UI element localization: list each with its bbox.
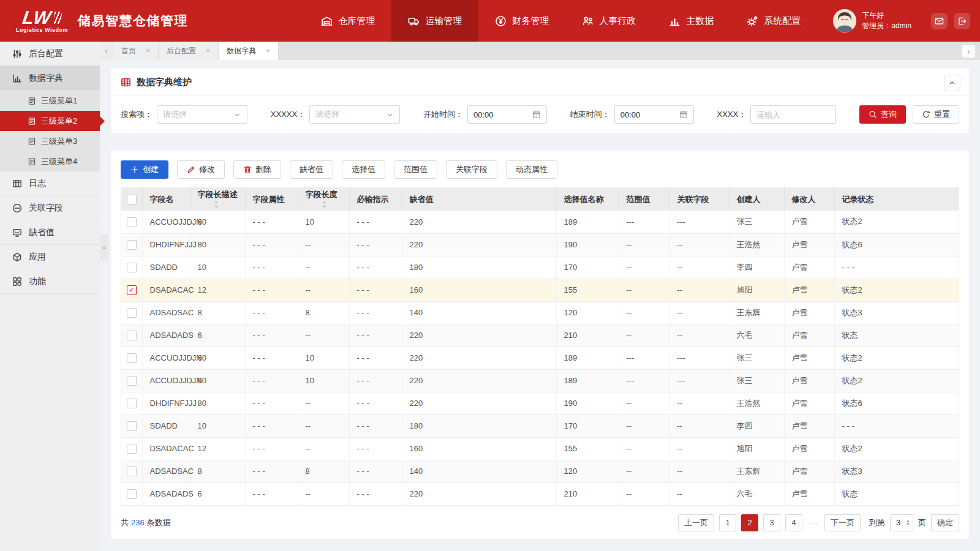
toolbar-button-6[interactable]: 关联字段 xyxy=(446,160,497,179)
start-time-input[interactable]: 00:00 xyxy=(467,105,547,124)
query-button[interactable]: 查询 xyxy=(859,105,906,124)
sidebar-item-3[interactable]: 关联字段 xyxy=(0,196,100,220)
table-cell: - - - xyxy=(349,301,402,324)
tabbar: 首页 后台配置 数据字典 xyxy=(100,42,980,60)
row-checkbox[interactable] xyxy=(127,467,137,476)
panel-collapse-button[interactable] xyxy=(944,75,960,91)
nav-item-2[interactable]: 财务管理 xyxy=(478,0,565,42)
tab-close-icon[interactable] xyxy=(206,47,210,55)
sort-icon[interactable] xyxy=(322,201,326,208)
table-cell: 220 xyxy=(402,392,556,414)
row-checkbox[interactable] xyxy=(127,217,137,227)
nav-item-0[interactable]: 仓库管理 xyxy=(304,0,391,42)
next-page-button[interactable]: 下一页 xyxy=(824,514,861,531)
page-button-3[interactable]: 3 xyxy=(763,514,780,531)
avatar[interactable] xyxy=(833,9,856,32)
table-cell: --- xyxy=(619,369,669,392)
table-cell: -- xyxy=(619,414,669,437)
column-header-0: 字段名 xyxy=(142,188,190,211)
table-cell: 王东辉 xyxy=(729,301,784,324)
confirm-button[interactable]: 确定 xyxy=(931,514,959,531)
tab-0[interactable]: 首页 xyxy=(113,42,159,60)
xxxxx-select[interactable]: 请选择 xyxy=(309,105,400,124)
nav-item-1[interactable]: 运输管理 xyxy=(391,0,478,42)
row-checkbox[interactable] xyxy=(127,489,137,499)
total-prefix: 共 xyxy=(121,518,129,527)
reset-button[interactable]: 重置 xyxy=(913,105,959,124)
masterdata-icon xyxy=(669,15,680,27)
sidebar-subitem-3[interactable]: 三级菜单4 xyxy=(0,151,100,171)
spinner-icon[interactable] xyxy=(906,519,910,526)
tab-close-icon[interactable] xyxy=(146,47,150,55)
tab-2[interactable]: 数据字典 xyxy=(219,42,279,60)
sidebar-item-6[interactable]: 功能 xyxy=(0,269,100,294)
xxxx-input[interactable] xyxy=(750,105,836,124)
sort-icon[interactable] xyxy=(214,201,219,208)
table-cell: - - - xyxy=(349,369,402,392)
table-cell: 卢雪 xyxy=(784,279,834,301)
sidebar-subitem-0[interactable]: 三级菜单1 xyxy=(0,91,100,111)
row-checkbox[interactable] xyxy=(127,376,137,386)
select-all-checkbox[interactable] xyxy=(127,195,137,204)
sidebar-item-5[interactable]: 应用 xyxy=(0,245,100,269)
toolbar-button-1[interactable]: 修改 xyxy=(177,160,225,179)
table-cell: 王浩然 xyxy=(729,233,784,256)
prev-page-button[interactable]: 上一页 xyxy=(678,514,714,531)
row-checkbox[interactable] xyxy=(127,240,137,250)
end-time-input[interactable]: 00:00 xyxy=(614,105,694,124)
row-checkbox[interactable] xyxy=(127,444,137,454)
table-cell: 220 xyxy=(402,369,556,392)
toolbar-button-2[interactable]: 删除 xyxy=(233,160,281,179)
toolbar-button-5[interactable]: 范围值 xyxy=(394,160,437,179)
sidebar-item-0[interactable]: 后台配置 xyxy=(0,42,100,66)
sidebar-collapse-handle[interactable] xyxy=(100,234,108,261)
nav-item-label: 运输管理 xyxy=(425,15,462,27)
tab-1[interactable]: 后台配置 xyxy=(159,42,219,60)
table-cell: -- xyxy=(298,392,349,414)
goto-page-input[interactable]: 3 xyxy=(890,514,913,531)
row-checkbox[interactable] xyxy=(127,399,137,408)
sidebar-subitem-1[interactable]: 三级菜单2 xyxy=(0,111,100,131)
row-checkbox[interactable] xyxy=(127,331,137,340)
sidebar-item-4[interactable]: 缺省值 xyxy=(0,220,100,245)
table-cell: 王浩然 xyxy=(729,392,784,414)
page-button-1[interactable]: 1 xyxy=(719,514,736,531)
tab-scroll-left-button[interactable] xyxy=(100,42,113,60)
calendar-icon[interactable] xyxy=(532,110,541,119)
row-checkbox[interactable] xyxy=(127,263,137,272)
toolbar-button-7[interactable]: 动态属性 xyxy=(506,160,557,179)
page-button-2[interactable]: 2 xyxy=(741,514,758,531)
sidebar-subitem-2[interactable]: 三级菜单3 xyxy=(0,131,100,151)
toolbar-button-3[interactable]: 缺省值 xyxy=(290,160,333,179)
nav-item-4[interactable]: 主数据 xyxy=(652,0,730,42)
filter-label: 搜索项： xyxy=(121,109,153,120)
table-cell: - - - xyxy=(245,369,298,392)
tab-scroll-right-button[interactable] xyxy=(962,44,976,58)
sidebar-item-2[interactable]: 日志 xyxy=(0,171,100,196)
table-cell: 170 xyxy=(556,256,619,279)
toolbar-button-0[interactable]: 创建 xyxy=(121,160,168,179)
nav-item-3[interactable]: 人事行政 xyxy=(565,0,652,42)
search-item-select[interactable]: 请选择 xyxy=(157,105,247,124)
calendar-icon[interactable] xyxy=(679,110,688,119)
mail-button[interactable] xyxy=(931,13,948,29)
row-checkbox[interactable] xyxy=(127,285,137,295)
toolbar-button-4[interactable]: 选择值 xyxy=(342,160,385,179)
tab-label: 首页 xyxy=(121,46,136,56)
column-header-label: 缺省值 xyxy=(410,195,434,204)
logout-button[interactable] xyxy=(954,13,970,29)
sidebar-item-1[interactable]: 数据字典 xyxy=(0,66,100,91)
nav-item-5[interactable]: 系统配置 xyxy=(730,0,817,42)
tab-label: 后台配置 xyxy=(167,46,196,56)
sidebar-item-label: 缺省值 xyxy=(29,227,55,238)
page-button-4[interactable]: 4 xyxy=(785,514,802,531)
table-cell: 12 xyxy=(190,279,245,301)
row-checkbox[interactable] xyxy=(127,308,137,318)
toolbar-button-label: 选择值 xyxy=(352,164,375,175)
table-cell: 210 xyxy=(556,482,619,505)
tab-close-icon[interactable] xyxy=(266,47,270,55)
table-cell: 8 xyxy=(298,460,349,482)
page-ellipsis[interactable]: ··· xyxy=(807,518,820,527)
row-checkbox[interactable] xyxy=(127,353,137,363)
row-checkbox[interactable] xyxy=(127,421,137,431)
